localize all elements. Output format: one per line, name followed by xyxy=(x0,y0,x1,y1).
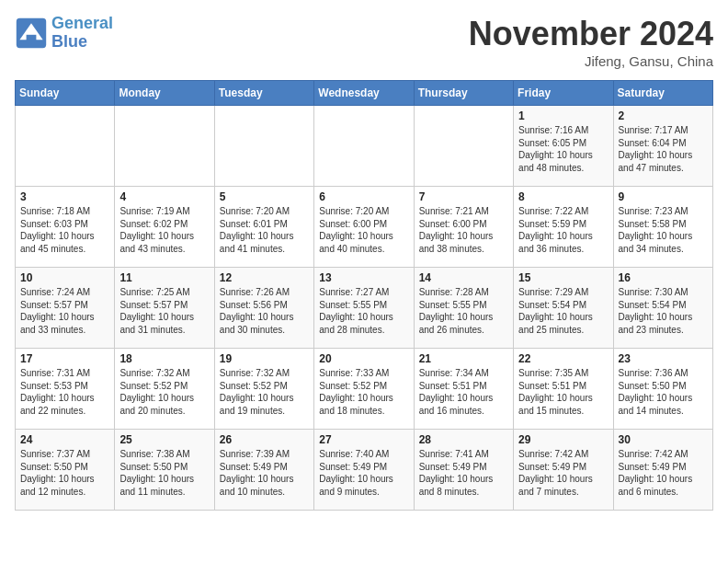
day-info: Sunrise: 7:31 AM Sunset: 5:53 PM Dayligh… xyxy=(20,367,109,417)
title-block: November 2024 Jifeng, Gansu, China xyxy=(469,15,713,69)
calendar-cell: 12Sunrise: 7:26 AM Sunset: 5:56 PM Dayli… xyxy=(214,268,313,349)
logo-text: General Blue xyxy=(51,15,113,52)
calendar-cell: 13Sunrise: 7:27 AM Sunset: 5:55 PM Dayli… xyxy=(314,268,414,349)
calendar-cell: 23Sunrise: 7:36 AM Sunset: 5:50 PM Dayli… xyxy=(613,349,712,430)
calendar-cell: 17Sunrise: 7:31 AM Sunset: 5:53 PM Dayli… xyxy=(16,349,115,430)
calendar-cell: 6Sunrise: 7:20 AM Sunset: 6:00 PM Daylig… xyxy=(314,187,414,268)
day-number: 1 xyxy=(518,109,608,122)
weekday-header: Monday xyxy=(115,81,214,106)
day-info: Sunrise: 7:29 AM Sunset: 5:54 PM Dayligh… xyxy=(518,286,608,336)
day-info: Sunrise: 7:42 AM Sunset: 5:49 PM Dayligh… xyxy=(518,448,608,498)
day-number: 18 xyxy=(119,352,209,365)
day-info: Sunrise: 7:36 AM Sunset: 5:50 PM Dayligh… xyxy=(619,367,708,417)
day-number: 29 xyxy=(518,433,608,446)
calendar-cell: 26Sunrise: 7:39 AM Sunset: 5:49 PM Dayli… xyxy=(214,430,313,511)
day-info: Sunrise: 7:20 AM Sunset: 6:01 PM Dayligh… xyxy=(220,205,309,255)
weekday-header: Saturday xyxy=(613,81,712,106)
location: Jifeng, Gansu, China xyxy=(469,53,713,69)
calendar-cell: 22Sunrise: 7:35 AM Sunset: 5:51 PM Dayli… xyxy=(514,349,613,430)
day-number: 27 xyxy=(319,433,408,446)
day-number: 21 xyxy=(419,352,508,365)
calendar-cell: 7Sunrise: 7:21 AM Sunset: 6:00 PM Daylig… xyxy=(414,187,513,268)
calendar-cell xyxy=(115,106,214,187)
day-info: Sunrise: 7:34 AM Sunset: 5:51 PM Dayligh… xyxy=(419,367,508,417)
day-number: 17 xyxy=(20,352,109,365)
calendar-cell: 30Sunrise: 7:42 AM Sunset: 5:49 PM Dayli… xyxy=(613,430,712,511)
day-info: Sunrise: 7:40 AM Sunset: 5:49 PM Dayligh… xyxy=(319,448,408,498)
weekday-header: Friday xyxy=(514,81,613,106)
day-number: 13 xyxy=(319,271,408,284)
day-number: 11 xyxy=(119,271,209,284)
logo-line2: Blue xyxy=(51,32,87,51)
day-info: Sunrise: 7:32 AM Sunset: 5:52 PM Dayligh… xyxy=(119,367,209,417)
day-number: 6 xyxy=(319,190,408,203)
calendar-cell: 14Sunrise: 7:28 AM Sunset: 5:55 PM Dayli… xyxy=(414,268,513,349)
day-info: Sunrise: 7:23 AM Sunset: 5:58 PM Dayligh… xyxy=(619,205,708,255)
calendar-week: 24Sunrise: 7:37 AM Sunset: 5:50 PM Dayli… xyxy=(16,430,713,511)
day-number: 8 xyxy=(518,190,608,203)
day-number: 24 xyxy=(20,433,109,446)
day-info: Sunrise: 7:18 AM Sunset: 6:03 PM Dayligh… xyxy=(20,205,109,255)
calendar-cell: 20Sunrise: 7:33 AM Sunset: 5:52 PM Dayli… xyxy=(314,349,414,430)
calendar-cell: 16Sunrise: 7:30 AM Sunset: 5:54 PM Dayli… xyxy=(613,268,712,349)
calendar-week: 3Sunrise: 7:18 AM Sunset: 6:03 PM Daylig… xyxy=(16,187,713,268)
day-info: Sunrise: 7:30 AM Sunset: 5:54 PM Dayligh… xyxy=(619,286,708,336)
day-info: Sunrise: 7:38 AM Sunset: 5:50 PM Dayligh… xyxy=(119,448,209,498)
logo: General Blue xyxy=(15,15,113,52)
calendar-cell: 19Sunrise: 7:32 AM Sunset: 5:52 PM Dayli… xyxy=(214,349,313,430)
calendar-cell: 18Sunrise: 7:32 AM Sunset: 5:52 PM Dayli… xyxy=(115,349,214,430)
day-number: 5 xyxy=(220,190,309,203)
weekday-header: Tuesday xyxy=(214,81,313,106)
calendar-cell: 3Sunrise: 7:18 AM Sunset: 6:03 PM Daylig… xyxy=(16,187,115,268)
day-info: Sunrise: 7:33 AM Sunset: 5:52 PM Dayligh… xyxy=(319,367,408,417)
calendar-header: SundayMondayTuesdayWednesdayThursdayFrid… xyxy=(16,81,713,106)
day-number: 2 xyxy=(619,109,708,122)
calendar-cell: 8Sunrise: 7:22 AM Sunset: 5:59 PM Daylig… xyxy=(514,187,613,268)
svg-rect-2 xyxy=(27,35,37,41)
day-info: Sunrise: 7:21 AM Sunset: 6:00 PM Dayligh… xyxy=(419,205,508,255)
calendar: SundayMondayTuesdayWednesdayThursdayFrid… xyxy=(15,80,713,511)
day-number: 28 xyxy=(419,433,508,446)
day-info: Sunrise: 7:25 AM Sunset: 5:57 PM Dayligh… xyxy=(119,286,209,336)
calendar-cell xyxy=(214,106,313,187)
day-number: 10 xyxy=(20,271,109,284)
calendar-cell: 9Sunrise: 7:23 AM Sunset: 5:58 PM Daylig… xyxy=(613,187,712,268)
day-info: Sunrise: 7:39 AM Sunset: 5:49 PM Dayligh… xyxy=(220,448,309,498)
calendar-cell: 24Sunrise: 7:37 AM Sunset: 5:50 PM Dayli… xyxy=(16,430,115,511)
day-info: Sunrise: 7:41 AM Sunset: 5:49 PM Dayligh… xyxy=(419,448,508,498)
day-info: Sunrise: 7:32 AM Sunset: 5:52 PM Dayligh… xyxy=(220,367,309,417)
day-info: Sunrise: 7:20 AM Sunset: 6:00 PM Dayligh… xyxy=(319,205,408,255)
calendar-cell: 15Sunrise: 7:29 AM Sunset: 5:54 PM Dayli… xyxy=(514,268,613,349)
calendar-cell: 2Sunrise: 7:17 AM Sunset: 6:04 PM Daylig… xyxy=(613,106,712,187)
day-info: Sunrise: 7:24 AM Sunset: 5:57 PM Dayligh… xyxy=(20,286,109,336)
calendar-cell: 29Sunrise: 7:42 AM Sunset: 5:49 PM Dayli… xyxy=(514,430,613,511)
weekday-header: Wednesday xyxy=(314,81,414,106)
weekday-header: Thursday xyxy=(414,81,513,106)
calendar-cell xyxy=(414,106,513,187)
weekday-header: Sunday xyxy=(16,81,115,106)
day-number: 9 xyxy=(619,190,708,203)
day-number: 26 xyxy=(220,433,309,446)
day-info: Sunrise: 7:37 AM Sunset: 5:50 PM Dayligh… xyxy=(20,448,109,498)
day-info: Sunrise: 7:26 AM Sunset: 5:56 PM Dayligh… xyxy=(220,286,309,336)
day-info: Sunrise: 7:19 AM Sunset: 6:02 PM Dayligh… xyxy=(119,205,209,255)
day-number: 30 xyxy=(619,433,708,446)
page-header: General Blue November 2024 Jifeng, Gansu… xyxy=(15,15,713,69)
day-number: 25 xyxy=(119,433,209,446)
day-info: Sunrise: 7:17 AM Sunset: 6:04 PM Dayligh… xyxy=(619,124,708,174)
calendar-week: 1Sunrise: 7:16 AM Sunset: 6:05 PM Daylig… xyxy=(16,106,713,187)
day-number: 22 xyxy=(518,352,608,365)
day-number: 23 xyxy=(619,352,708,365)
month-title: November 2024 xyxy=(469,15,713,53)
day-number: 7 xyxy=(419,190,508,203)
day-number: 3 xyxy=(20,190,109,203)
calendar-cell xyxy=(16,106,115,187)
calendar-cell: 4Sunrise: 7:19 AM Sunset: 6:02 PM Daylig… xyxy=(115,187,214,268)
day-info: Sunrise: 7:42 AM Sunset: 5:49 PM Dayligh… xyxy=(619,448,708,498)
calendar-week: 10Sunrise: 7:24 AM Sunset: 5:57 PM Dayli… xyxy=(16,268,713,349)
day-number: 16 xyxy=(619,271,708,284)
day-number: 19 xyxy=(220,352,309,365)
logo-line1: General xyxy=(51,14,113,32)
day-info: Sunrise: 7:28 AM Sunset: 5:55 PM Dayligh… xyxy=(419,286,508,336)
day-number: 15 xyxy=(518,271,608,284)
